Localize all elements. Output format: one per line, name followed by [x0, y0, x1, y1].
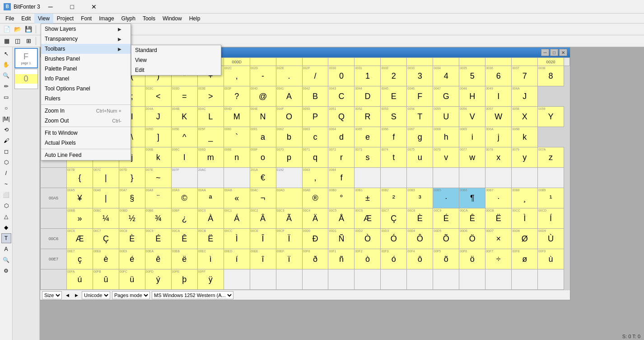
- glyph-cell[interactable]: ø00F8: [512, 249, 538, 269]
- glyph-cell[interactable]: ¿00BF: [171, 208, 197, 229]
- glyph-cell[interactable]: Ê00CA: [459, 208, 485, 229]
- close-button[interactable]: ✕: [84, 0, 104, 14]
- glyph-cell[interactable]: ù00F9: [538, 249, 564, 269]
- glyph-cell[interactable]: b0062: [276, 127, 302, 147]
- glyph-cell[interactable]: q0071: [302, 147, 328, 168]
- glyph-cell[interactable]: f0066: [381, 127, 407, 147]
- tool-measure[interactable]: |M|: [1, 114, 11, 124]
- open-button[interactable]: 📂: [13, 24, 23, 34]
- tool-select-rect[interactable]: ⬜: [1, 190, 11, 200]
- glyph-cell[interactable]: [224, 269, 250, 290]
- menu-info-panel[interactable]: Info Panel: [41, 74, 131, 84]
- glyph-cell[interactable]: Ø00D8: [512, 229, 538, 249]
- glyph-cell[interactable]: 50035: [459, 66, 485, 86]
- glyph-cell[interactable]: Â00C2: [250, 208, 276, 229]
- glyph-cell[interactable]: [433, 269, 459, 290]
- menu-fit-to-window[interactable]: Fit to Window: [41, 128, 131, 138]
- glyph-cell[interactable]: y0079: [512, 147, 538, 168]
- submenu-item[interactable]: View: [131, 55, 221, 65]
- size-select[interactable]: Size: [42, 291, 62, 299]
- submenu-item[interactable]: Standard: [131, 45, 221, 55]
- tool-curve[interactable]: ~: [1, 179, 11, 189]
- glyph-cell[interactable]: ë00EB: [171, 249, 197, 269]
- glyph-cell[interactable]: E0045: [381, 86, 407, 107]
- glyph-cell[interactable]: À00C0: [197, 208, 224, 229]
- glyph-cell[interactable]: Æ00C6: [66, 229, 93, 249]
- glyph-cell[interactable]: Ñ00D1: [328, 229, 355, 249]
- glyph-cell[interactable]: ®00AE: [302, 188, 328, 208]
- glyph-cell[interactable]: U0055: [433, 107, 459, 127]
- glyph-cell[interactable]: ½00BD: [119, 208, 145, 229]
- tool-search[interactable]: 🔍: [1, 255, 11, 265]
- tool-line[interactable]: /: [1, 168, 11, 178]
- menu-zoom-out[interactable]: Zoom Out Ctrl-: [41, 116, 131, 126]
- inner-close-btn[interactable]: ✕: [559, 49, 567, 56]
- glyph-cell[interactable]: [355, 168, 381, 188]
- glyph-cell[interactable]: ð00F0: [302, 249, 328, 269]
- glyph-cell[interactable]: I0049: [485, 86, 512, 107]
- submenu-item[interactable]: Edit: [131, 65, 221, 75]
- save-button[interactable]: 💾: [23, 24, 33, 34]
- glyph-cell[interactable]: Ì00CC: [224, 229, 250, 249]
- tool-polygon[interactable]: △: [1, 212, 11, 222]
- glyph-cell[interactable]: ,002C: [224, 66, 250, 86]
- glyph-cell[interactable]: l006C: [171, 147, 197, 168]
- tool-settings[interactable]: ⚙: [1, 266, 11, 276]
- glyph-cell[interactable]: H0048: [459, 86, 485, 107]
- glyph-cell[interactable]: ¼00BC: [93, 208, 119, 229]
- glyph-cell[interactable]: ¥00A5: [66, 188, 93, 208]
- glyph-cell[interactable]: [512, 269, 538, 290]
- glyph-cell[interactable]: {007B: [66, 168, 93, 188]
- glyph-cell[interactable]: <003C: [145, 86, 171, 107]
- glyph-cell[interactable]: 10031: [355, 66, 381, 86]
- glyph-cell[interactable]: i0069: [459, 127, 485, 147]
- glyph-cell[interactable]: Y0059: [538, 107, 564, 127]
- glyph-cell[interactable]: 40034: [433, 66, 459, 86]
- menu-image[interactable]: Image: [95, 14, 117, 24]
- glyph-cell[interactable]: [459, 168, 485, 188]
- tool-zoom[interactable]: 🔍: [1, 71, 11, 80]
- glyph-cell[interactable]: =003D: [171, 86, 197, 107]
- glyph-cell[interactable]: w0077: [459, 147, 485, 168]
- tb2-btn2[interactable]: ◫: [13, 36, 23, 46]
- glyph-cell[interactable]: B0042: [302, 86, 328, 107]
- menu-font[interactable]: Font: [77, 14, 95, 24]
- glyph-cell[interactable]: ç00E7: [66, 249, 93, 269]
- glyph-cell[interactable]: 007F: [171, 168, 197, 188]
- inner-minimize-btn[interactable]: ─: [541, 49, 549, 56]
- glyph-cell[interactable]: §00A7: [119, 188, 145, 208]
- glyph-cell[interactable]: 70037: [512, 66, 538, 86]
- tool-eraser[interactable]: ◻: [1, 146, 11, 156]
- glyph-cell[interactable]: S0053: [381, 107, 407, 127]
- glyph-cell[interactable]: ­00AD: [276, 188, 302, 208]
- glyph-cell[interactable]: d0064: [328, 127, 355, 147]
- glyph-cell[interactable]: _005F: [197, 127, 224, 147]
- glyph-cell[interactable]: t0074: [381, 147, 407, 168]
- glyph-cell[interactable]: °00B0: [328, 188, 355, 208]
- glyph-cell[interactable]: Ç00C7: [381, 208, 407, 229]
- glyph-cell[interactable]: P0050: [302, 107, 328, 127]
- glyph-cell[interactable]: A0041: [276, 86, 302, 107]
- glyph-cell[interactable]: ö00F6: [459, 249, 485, 269]
- glyph-cell[interactable]: ÿ00FF: [197, 269, 224, 290]
- glyph-cell[interactable]: Ó00D3: [381, 229, 407, 249]
- tb2-btn3[interactable]: ⊞: [23, 36, 33, 46]
- glyph-cell[interactable]: õ00F5: [433, 249, 459, 269]
- glyph-cell[interactable]: Å00C5: [328, 208, 355, 229]
- glyph-cell[interactable]: ô00F4: [407, 249, 433, 269]
- glyph-cell[interactable]: j006A: [485, 127, 512, 147]
- glyph-cell[interactable]: Í00CD: [538, 208, 564, 229]
- glyph-cell[interactable]: T0054: [407, 107, 433, 127]
- glyph-cell[interactable]: N004E: [250, 107, 276, 127]
- glyph-cell[interactable]: o006F: [250, 147, 276, 168]
- tool-rect[interactable]: ▭: [1, 92, 11, 102]
- glyph-cell[interactable]: ÷00F7: [485, 249, 512, 269]
- glyph-cell-selected[interactable]: ·00B5: [433, 188, 459, 208]
- glyph-cell[interactable]: |00A6: [93, 188, 119, 208]
- glyph-cell[interactable]: Ç00C7: [93, 229, 119, 249]
- glyph-cell[interactable]: Ë00CB: [197, 229, 224, 249]
- glyph-cell[interactable]: Ï00CF: [276, 229, 302, 249]
- tool-select-lasso[interactable]: ⬡: [1, 201, 11, 211]
- tool-text[interactable]: T: [1, 233, 11, 243]
- glyph-cell[interactable]: u0075: [407, 147, 433, 168]
